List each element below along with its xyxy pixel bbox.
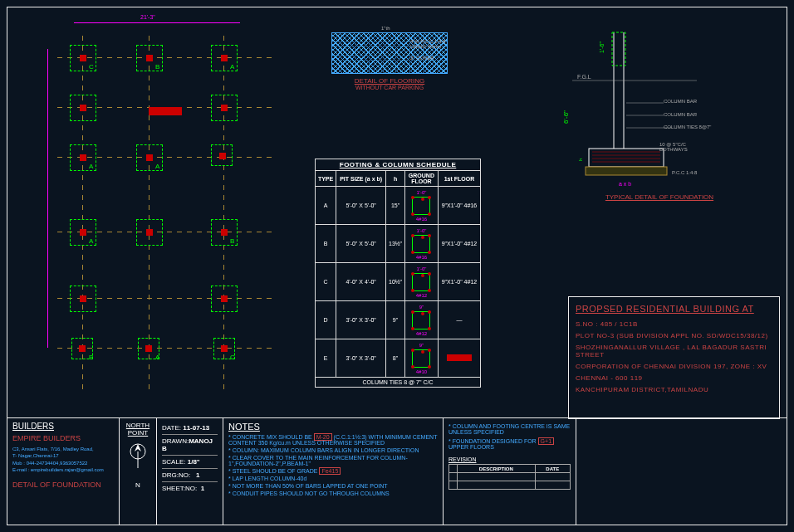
drgno-value: 1: [196, 471, 199, 479]
firm-email: E-mail : empirebuilders.rajan@gmail.com: [12, 466, 114, 473]
north-letter: N: [125, 481, 151, 489]
schedule-header: GROUND FLOOR: [404, 171, 438, 187]
note-item: * CONCRETE MIX SHOULD BE M-20 (C.C.1:1½:…: [228, 434, 438, 446]
project-village: SHOZHINGANALLUR VILLAGE , LAL BAGADUR SA…: [576, 344, 772, 359]
extra-notes-panel: * COLUMN AND FOOTING CENTRE IS SAME UNLE…: [444, 418, 576, 525]
extra-note: COLUMN AND FOOTING CENTRE IS SAME UNLESS…: [448, 423, 570, 435]
foundation-svg: F.G.L a x b 6'-6" 1'-6" h: [556, 24, 763, 190]
svg-text:a x b: a x b: [619, 181, 631, 187]
firm-phone: Mob : 044-24734404,9363057522: [12, 460, 114, 466]
note-item: * CONDUIT PIPES SHOULD NOT GO THROUGH CO…: [228, 491, 438, 496]
project-city: CHENNAI - 600 119: [576, 374, 772, 382]
schedule-row: B5'-0" X 5'-0"13½" 1'-0"4#16 9"X1'-0" 4#…: [316, 225, 481, 263]
found-label: COLUMN BAR: [664, 112, 697, 117]
rev-col: [449, 465, 458, 473]
builders-panel: BUILDERS EMPIRE BUILDERS C3, Ansari Flat…: [7, 418, 120, 525]
firm-address: T- Nagar,Chennai-17: [12, 452, 114, 459]
project-sno: S.NO : 485 / 1C1B: [576, 320, 772, 328]
col-label: A: [155, 163, 159, 170]
drgno-label: DRG:NO:: [162, 471, 190, 479]
date-value: 11-07-13: [183, 424, 209, 432]
note-item: * COLUMN: MAXIMUM COLUMN BARS ALIGN IN L…: [228, 447, 438, 453]
col-label: C: [89, 63, 94, 71]
scale-label: SCALE:: [162, 458, 185, 466]
schedule-row: D3'-0" X 3'-0"9" 9"4#12 —: [316, 301, 481, 339]
flooring-layer: 1"th: [381, 26, 390, 31]
schedule-footer: COLUMN TIES 8 @ 7" C/C: [316, 378, 481, 388]
found-label: COLUMN BAR: [664, 99, 697, 104]
rev-col: DESCRIPTION: [458, 465, 535, 473]
schedule-header: TYPE: [316, 171, 336, 187]
revision-heading: REVISION: [448, 456, 571, 462]
red-element: [149, 107, 182, 115]
info-panel: DATE: 11-07-13 DRAWN:MANOJ B SCALE: 1/8"…: [157, 418, 223, 525]
schedule-row: E3'-0" X 3'-0"8" 9"4#10: [316, 339, 481, 378]
firm-name: EMPIRE BUILDERS: [12, 434, 114, 442]
drawing-name: DETAIL OF FOUNDATION: [12, 481, 114, 489]
svg-text:1'-6": 1'-6": [599, 41, 605, 53]
svg-text:F.G.L: F.G.L: [577, 74, 591, 80]
flooring-layer: 4"th P.C.C 1:4:8 USING 40mm: [410, 39, 460, 49]
found-label: P.C.C 1:4:8: [672, 170, 697, 175]
revision-table: DESCRIPTIONDATE: [448, 464, 571, 490]
schedule-header: PIT SIZE (a x b): [336, 171, 386, 187]
found-label: COLUMN TIES 8@7": [664, 124, 711, 129]
note-item: * CLEAR COVER TO THE MAIN REINFORCEMENT …: [228, 455, 438, 466]
schedule-table: FOOTING & COLUMN SCHEDULE TYPE PIT SIZE …: [315, 159, 481, 388]
schedule-header: h: [386, 171, 405, 187]
rev-row: [449, 481, 571, 490]
project-dist: KANCHIPURAM DISTRICT,TAMILNADU: [576, 386, 772, 393]
col-label: C: [230, 354, 235, 361]
date-label: DATE:: [162, 424, 181, 432]
project-plot: PLOT NO-3 (SUB DIVISION APPL NO. SD/WDC1…: [576, 332, 772, 339]
sheet-label: SHEET:NO:: [162, 485, 197, 492]
title-block: BUILDERS EMPIRE BUILDERS C3, Ansari Flat…: [7, 418, 787, 525]
svg-rect-5: [589, 149, 664, 167]
firm-address: C3, Ansari Flats, 7/16, Madley Road,: [12, 446, 114, 452]
col-label: B: [230, 237, 234, 245]
builders-heading: BUILDERS: [12, 422, 114, 431]
col-label: A: [155, 354, 159, 361]
project-info-box: PROPSED RESIDENTIAL BUILDING AT S.NO : 4…: [568, 296, 780, 419]
owner-panel: [576, 418, 787, 525]
found-label: 10 @ 5"C/C BOTHWAYS: [659, 142, 709, 152]
footing-column-schedule: FOOTING & COLUMN SCHEDULE TYPE PIT SIZE …: [315, 159, 481, 388]
note-item: * NOT MORE THAN 50% OF BARS LAPPED AT ON…: [228, 483, 438, 489]
drawing-frame: 21'-3" C B A A A A B B A: [7, 7, 787, 525]
scale-value: 1/8": [188, 458, 200, 466]
schedule-header: 1st FLOOR: [438, 171, 480, 187]
project-corp: CORPORATION OF CHENNAI DIVISION 197, ZON…: [576, 363, 772, 370]
svg-text:h: h: [578, 159, 583, 161]
svg-rect-6: [586, 167, 667, 175]
north-arrow-icon: [128, 442, 148, 475]
main-drawing-area: 21'-3" C B A A A A B B A: [7, 7, 787, 418]
notes-heading: NOTES: [228, 422, 438, 432]
col-label: B: [89, 354, 93, 361]
col-label: A: [89, 237, 93, 245]
extra-note: FOUNDATION DESIGNED FOR: [453, 438, 538, 444]
col-label: B: [155, 63, 159, 71]
rev-col: DATE: [535, 465, 570, 473]
project-title: PROPSED RESIDENTIAL BUILDING AT: [576, 304, 772, 314]
flooring-layer: 2" COVER: [410, 56, 434, 61]
flooring-detail: 1"th 4"th P.C.C 1:4:8 USING 40mm 2" COVE…: [331, 32, 448, 115]
rev-row: [449, 473, 571, 481]
north-heading: NORTH POINT: [125, 422, 151, 437]
note-item: * STEEL SHOULD BE OF GRADE Fe415: [228, 468, 438, 474]
col-label: A: [230, 63, 234, 71]
svg-text:6'-6": 6'-6": [562, 110, 570, 124]
flooring-title: DETAIL OF FLOORING: [331, 77, 448, 85]
drawn-label: DRAWN:: [162, 437, 189, 445]
notes-panel: NOTES * CONCRETE MIX SHOULD BE M-20 (C.C…: [223, 418, 444, 525]
foundation-detail: F.G.L a x b 6'-6" 1'-6" h COLUMN BAR COL…: [556, 24, 763, 215]
north-panel: NORTH POINT N: [120, 418, 157, 525]
extra-note: UPPER FLOORS: [448, 444, 494, 450]
col-label: A: [89, 163, 93, 170]
note-item: * LAP LENGTH COLUMN-40d: [228, 476, 438, 481]
schedule-row: C4'-0" X 4'-0"10½" 1'-0"4#12 9"X1'-0" 4#…: [316, 263, 481, 301]
plan-dim-width: 21'-3": [140, 14, 155, 20]
flooring-subtitle: WITHOUT CAR PARKING: [331, 85, 448, 90]
extra-note-accent: G+1: [538, 437, 554, 445]
foundation-plan: 21'-3" C B A A A A B B A: [57, 32, 273, 389]
sheet-value: 1: [201, 485, 204, 492]
